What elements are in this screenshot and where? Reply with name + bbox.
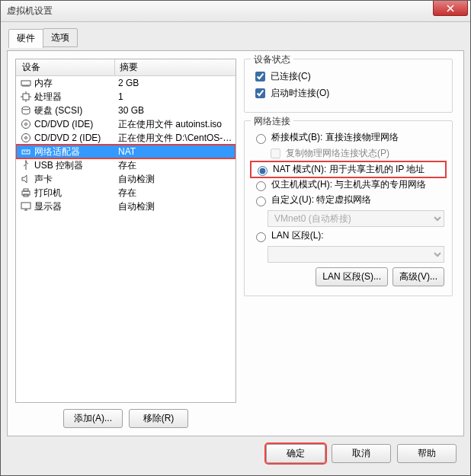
window-title: 虚拟机设置	[7, 5, 53, 18]
device-summary: 正在使用文件 D:\CentOS-7-x8...	[115, 132, 236, 145]
col-summary[interactable]: 摘要	[115, 61, 236, 74]
svg-rect-12	[21, 203, 30, 209]
device-list: 设备 摘要 内存2 GB处理器1硬盘 (SCSI)30 GBCD/DVD (ID…	[15, 59, 236, 403]
cancel-button[interactable]: 取消	[332, 444, 391, 463]
radio-lan-segment-label: LAN 区段(L):	[271, 229, 324, 242]
usb-icon	[21, 160, 31, 171]
device-name: 打印机	[34, 187, 62, 200]
radio-bridged-label: 桥接模式(B): 直接连接物理网络	[271, 131, 399, 144]
tab-options[interactable]: 选项	[43, 28, 78, 47]
help-button[interactable]: 帮助	[397, 444, 457, 463]
device-name: CD/DVD 2 (IDE)	[34, 133, 101, 143]
col-device[interactable]: 设备	[16, 59, 115, 75]
radio-hostonly[interactable]	[256, 181, 266, 191]
device-name: 网络适配器	[34, 145, 80, 158]
device-name: 内存	[34, 77, 53, 90]
chk-connect-poweron-label: 启动时连接(O)	[271, 87, 329, 100]
disk-icon	[21, 105, 31, 116]
titlebar: 虚拟机设置	[1, 1, 470, 22]
device-summary: 30 GB	[115, 105, 236, 116]
ok-button[interactable]: 确定	[266, 444, 325, 463]
device-row[interactable]: 打印机存在	[16, 186, 236, 200]
tab-hardware[interactable]: 硬件	[8, 29, 43, 48]
device-name: 显示器	[34, 200, 62, 213]
chk-connected[interactable]	[255, 72, 265, 81]
radio-nat-label: NAT 模式(N): 用于共享主机的 IP 地址	[273, 163, 425, 176]
svg-rect-0	[21, 81, 30, 85]
dialog-footer: 确定 取消 帮助	[7, 439, 464, 469]
device-row[interactable]: 网络适配器NAT	[16, 145, 236, 158]
printer-icon	[21, 187, 31, 198]
device-summary: 自动检测	[115, 173, 236, 186]
device-summary: 自动检测	[115, 200, 236, 213]
device-name: 声卡	[34, 173, 53, 186]
device-row[interactable]: CD/DVD (IDE)正在使用文件 autoinst.iso	[16, 117, 236, 131]
svg-point-5	[22, 134, 30, 142]
close-icon	[447, 5, 454, 12]
chk-connect-poweron[interactable]	[255, 88, 265, 98]
device-row[interactable]: 显示器自动检测	[16, 200, 236, 213]
device-summary: 存在	[115, 187, 236, 200]
group-title-netconn: 网络连接	[251, 115, 293, 128]
cd-icon	[21, 119, 31, 129]
chk-replicate-label: 复制物理网络连接状态(P)	[286, 147, 389, 160]
select-lan-segment	[268, 246, 444, 263]
device-name: 硬盘 (SCSI)	[34, 104, 82, 117]
remove-button[interactable]: 移除(R)	[129, 409, 188, 428]
svg-point-8	[25, 161, 27, 162]
device-name: 处理器	[34, 91, 62, 104]
lan-segments-button[interactable]: LAN 区段(S)...	[316, 267, 388, 286]
network-icon	[21, 146, 31, 157]
select-custom-vmnet: VMnet0 (自动桥接)	[268, 210, 444, 227]
add-button[interactable]: 添加(A)...	[63, 409, 123, 428]
device-row[interactable]: 声卡自动检测	[16, 172, 236, 186]
radio-bridged[interactable]	[256, 134, 266, 144]
radio-hostonly-label: 仅主机模式(H): 与主机共享的专用网络	[271, 178, 426, 191]
group-device-status: 设备状态 已连接(C) 启动时连接(O)	[244, 59, 453, 113]
radio-custom[interactable]	[256, 196, 266, 206]
group-title-status: 设备状态	[251, 53, 293, 66]
device-summary: 存在	[115, 159, 236, 172]
device-row[interactable]: 内存2 GB	[16, 76, 236, 90]
device-row[interactable]: 硬盘 (SCSI)30 GB	[16, 104, 236, 117]
group-network-connection: 网络连接 桥接模式(B): 直接连接物理网络 复制物理网络连接状态(P) NAT…	[244, 120, 453, 296]
cd-icon	[21, 133, 31, 143]
cpu-icon	[21, 91, 31, 102]
chk-replicate	[271, 149, 280, 158]
device-summary: 2 GB	[115, 78, 236, 88]
advanced-button[interactable]: 高级(V)...	[392, 267, 444, 286]
svg-rect-1	[23, 94, 29, 100]
memory-icon	[21, 78, 31, 88]
device-row[interactable]: 处理器1	[16, 90, 236, 104]
device-summary: 1	[115, 91, 236, 102]
close-button[interactable]	[433, 1, 468, 16]
device-row[interactable]: USB 控制器存在	[16, 158, 236, 172]
display-icon	[21, 201, 31, 212]
svg-point-3	[22, 120, 30, 129]
radio-custom-label: 自定义(U): 特定虚拟网络	[271, 193, 371, 206]
svg-point-6	[25, 137, 27, 139]
device-summary: NAT	[115, 146, 236, 157]
svg-rect-10	[24, 189, 28, 191]
chk-connected-label: 已连接(C)	[271, 70, 311, 83]
device-row[interactable]: CD/DVD 2 (IDE)正在使用文件 D:\CentOS-7-x8...	[16, 131, 236, 145]
tab-bar: 硬件 选项	[8, 28, 464, 47]
sound-icon	[21, 174, 31, 184]
radio-lan-segment[interactable]	[256, 232, 266, 242]
device-summary: 正在使用文件 autoinst.iso	[115, 118, 236, 131]
svg-point-2	[22, 107, 30, 110]
svg-point-4	[25, 123, 27, 126]
device-name: CD/DVD (IDE)	[34, 119, 93, 129]
device-name: USB 控制器	[34, 159, 83, 172]
radio-nat[interactable]	[258, 166, 268, 176]
